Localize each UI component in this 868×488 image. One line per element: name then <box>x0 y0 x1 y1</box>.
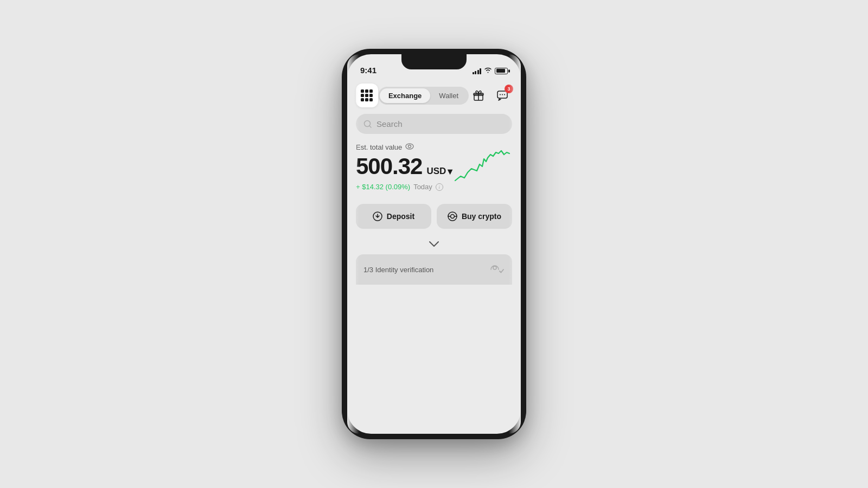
chevron-down-icon <box>429 241 439 247</box>
change-period: Today <box>413 183 432 191</box>
tab-exchange[interactable]: Exchange <box>380 88 430 103</box>
est-label-row: Est. total value <box>356 143 452 151</box>
eye-icon[interactable] <box>405 143 414 151</box>
portfolio-value: 500.32 <box>356 153 422 179</box>
status-time: 9:41 <box>360 66 376 75</box>
svg-point-4 <box>502 94 503 95</box>
expand-chevron[interactable] <box>356 236 512 252</box>
nav-actions: 3 <box>469 86 512 105</box>
tab-wallet[interactable]: Wallet <box>430 88 467 103</box>
identity-text: 1/3 Identity verification <box>363 266 433 274</box>
screen-content: Exchange Wallet <box>347 78 521 434</box>
identity-icon <box>489 262 505 277</box>
mini-chart <box>452 143 512 188</box>
change-row: + $14.32 (0.09%) Today i <box>356 183 452 191</box>
svg-point-14 <box>493 266 496 269</box>
buy-crypto-button[interactable]: Buy crypto <box>437 204 512 229</box>
value-section: Est. total value 500.32 USD ▾ <box>356 143 512 191</box>
svg-point-3 <box>500 94 501 95</box>
svg-point-11 <box>450 215 454 219</box>
signal-bar-1 <box>473 72 474 74</box>
buy-crypto-label: Buy crypto <box>462 212 501 221</box>
svg-point-7 <box>406 144 413 149</box>
status-icons <box>473 67 508 75</box>
signal-bar-3 <box>477 70 479 74</box>
main-value-row: 500.32 USD ▾ <box>356 153 452 179</box>
search-bar[interactable]: Search <box>356 114 512 134</box>
notch <box>401 54 467 69</box>
identity-section[interactable]: 1/3 Identity verification <box>356 254 512 285</box>
menu-button[interactable] <box>356 84 378 107</box>
price-chart-svg <box>452 143 512 186</box>
svg-point-8 <box>409 145 411 148</box>
gift-icon <box>473 89 484 101</box>
deposit-button[interactable]: Deposit <box>356 204 431 229</box>
phone-screen: 9:41 <box>347 54 521 434</box>
buy-crypto-icon <box>448 211 457 221</box>
grid-icon <box>361 89 373 101</box>
messages-button[interactable]: 3 <box>493 86 512 105</box>
tab-group: Exchange Wallet <box>378 87 469 105</box>
phone-mockup: 9:41 <box>342 49 526 439</box>
wifi-icon <box>484 67 492 75</box>
signal-bar-2 <box>475 71 476 74</box>
portfolio-info: Est. total value 500.32 USD ▾ <box>356 143 452 191</box>
change-amount: + $14.32 (0.09%) <box>356 183 410 191</box>
deposit-label: Deposit <box>387 212 414 221</box>
est-label-text: Est. total value <box>356 143 402 151</box>
nav-bar: Exchange Wallet <box>356 78 512 114</box>
action-buttons: Deposit Buy crypto <box>356 204 512 229</box>
signal-icon <box>473 68 482 74</box>
info-icon[interactable]: i <box>436 183 443 191</box>
gift-button[interactable] <box>469 86 488 105</box>
currency-label: USD <box>426 166 446 177</box>
checkmark-icon <box>489 264 505 275</box>
search-icon <box>363 120 372 129</box>
deposit-icon <box>373 211 382 221</box>
search-placeholder: Search <box>376 119 403 129</box>
currency-chevron-icon: ▾ <box>448 166 452 177</box>
battery-fill <box>496 69 505 73</box>
signal-bar-4 <box>480 68 481 74</box>
battery-icon <box>495 68 508 74</box>
currency-selector[interactable]: USD ▾ <box>426 166 452 177</box>
notification-badge: 3 <box>505 85 513 93</box>
svg-point-5 <box>504 94 505 95</box>
